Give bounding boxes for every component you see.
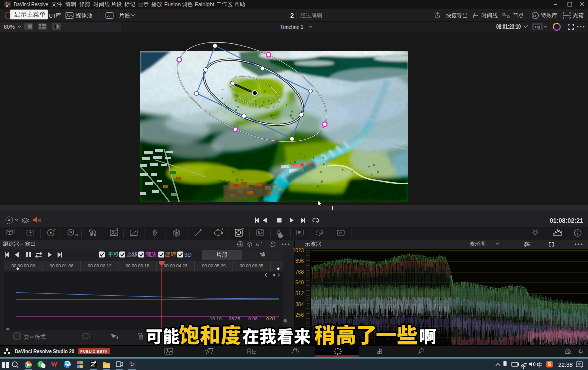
svg-text:HQ: HQ [535, 25, 540, 29]
svg-text:768: 768 [295, 269, 304, 275]
svg-text:2: 2 [290, 12, 294, 19]
svg-text:00:00:04:23: 00:00:04:23 [164, 263, 188, 268]
svg-text:fx: fx [256, 242, 260, 247]
svg-text:fx: fx [533, 13, 537, 18]
svg-text:22:38: 22:38 [558, 362, 573, 368]
svg-text:DaVinci Resolve: DaVinci Resolve [14, 1, 48, 7]
svg-text:10.10: 10.10 [210, 316, 222, 321]
svg-text:3D: 3D [339, 232, 343, 235]
svg-text:01:08:02:21: 01:08:02:21 [550, 217, 583, 224]
svg-text:00:00:05:29: 00:00:05:29 [202, 263, 226, 268]
svg-text:384: 384 [295, 302, 304, 307]
svg-text:Fairlight: Fairlight [195, 1, 214, 7]
svg-text:00:00:01:06: 00:00:01:06 [50, 263, 74, 268]
svg-text:60%: 60% [4, 24, 15, 30]
svg-text:256: 256 [295, 312, 304, 318]
svg-text:896: 896 [295, 258, 304, 264]
svg-text:0.96: 0.96 [248, 316, 258, 321]
svg-text:00:00:00:00: 00:00:00:00 [11, 263, 35, 268]
svg-text:UT: UT [49, 13, 56, 19]
svg-text:1023: 1023 [293, 248, 304, 253]
svg-text:28.25: 28.25 [229, 316, 240, 321]
svg-text:Fusion: Fusion [164, 1, 181, 7]
svg-text:DaVinci Resolve Studio 20: DaVinci Resolve Studio 20 [15, 348, 74, 354]
svg-text:HDR: HDR [74, 234, 79, 237]
svg-text:0.01: 0.01 [266, 316, 276, 321]
svg-text:PUBLIC BETA: PUBLIC BETA [80, 350, 108, 353]
svg-text:3D: 3D [184, 252, 192, 258]
svg-text:640: 640 [295, 280, 304, 285]
svg-text:00:00:06:35: 00:00:06:35 [240, 263, 264, 268]
svg-text:00:00:03:18: 00:00:03:18 [125, 263, 149, 268]
svg-text:00:00:02:12: 00:00:02:12 [88, 263, 112, 268]
svg-text:Timeline 1: Timeline 1 [280, 24, 303, 30]
svg-text:08:01:23:10: 08:01:23:10 [496, 23, 521, 30]
svg-text:S: S [548, 361, 551, 367]
svg-text:–: – [554, 1, 557, 8]
svg-text:512: 512 [295, 291, 304, 296]
